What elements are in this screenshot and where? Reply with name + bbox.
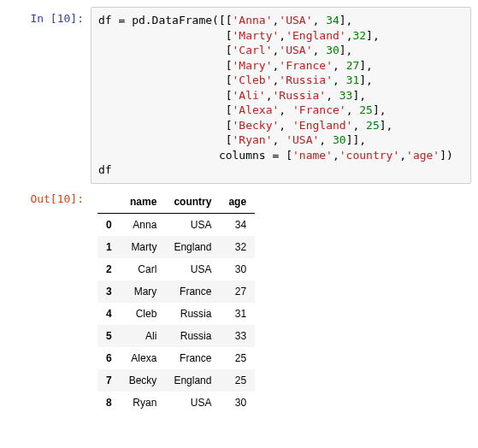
- code-token: 'name': [292, 149, 333, 162]
- table-row: 8RyanUSA30: [97, 392, 255, 414]
- code-token: 'Mary': [233, 59, 273, 72]
- code-token: df = pd.DataFrame([[: [98, 14, 233, 27]
- cell-country: Russia: [165, 303, 220, 325]
- code-token: ,: [273, 133, 286, 146]
- row-index: 1: [97, 236, 121, 258]
- cell-name: Anna: [121, 214, 166, 237]
- row-index: 6: [97, 347, 121, 369]
- code-token: ,: [326, 89, 339, 102]
- cell-country: France: [165, 347, 220, 369]
- code-token: 'Cleb': [233, 74, 273, 86]
- table-header-cell: age: [220, 191, 255, 214]
- cell-name: Ali: [121, 325, 166, 347]
- code-token: 33: [339, 89, 353, 102]
- cell-name: Alexa: [121, 347, 166, 369]
- code-token: 25: [366, 119, 380, 132]
- input-cell: In [10]: df = pd.DataFrame([['Anna','USA…: [7, 7, 471, 184]
- cell-country: England: [165, 369, 220, 392]
- table-header-row: namecountryage: [97, 191, 255, 214]
- row-index: 4: [97, 303, 121, 325]
- code-token: 'Russia': [279, 74, 333, 86]
- cell-country: USA: [165, 258, 220, 280]
- row-index: 0: [97, 214, 121, 237]
- cell-name: Marty: [121, 236, 166, 258]
- output-area: namecountryage 0AnnaUSA341MartyEngland32…: [91, 187, 471, 414]
- code-token: 'Ryan': [233, 133, 273, 146]
- row-index: 7: [97, 369, 121, 392]
- cell-country: USA: [165, 392, 220, 414]
- code-token: ,: [333, 74, 346, 86]
- code-token: 'France': [292, 103, 346, 116]
- table-row: 0AnnaUSA34: [97, 214, 255, 237]
- table-row: 5AliRussia33: [97, 325, 255, 347]
- code-token: 'Carl': [233, 44, 273, 56]
- table-header-blank: [97, 191, 121, 214]
- row-index: 8: [97, 392, 121, 414]
- cell-country: England: [165, 236, 220, 258]
- table-header-cell: country: [165, 191, 220, 214]
- cell-name: Carl: [121, 258, 166, 280]
- table-body: 0AnnaUSA341MartyEngland322CarlUSA303Mary…: [97, 214, 255, 415]
- cell-name: Cleb: [121, 303, 166, 325]
- input-prompt: In [10]:: [7, 7, 91, 25]
- code-token: 'USA': [279, 44, 312, 56]
- table-row: 6AlexaFrance25: [97, 347, 255, 369]
- table-header-cell: name: [121, 191, 166, 214]
- cell-country: Russia: [165, 325, 220, 347]
- code-token: 'age': [406, 149, 440, 162]
- code-token: ,: [312, 14, 326, 27]
- code-token: ,: [333, 149, 339, 162]
- code-input[interactable]: df = pd.DataFrame([['Anna','USA', 34], […: [91, 7, 471, 184]
- cell-age: 32: [220, 236, 255, 258]
- code-token: 'England': [292, 119, 352, 132]
- dataframe-table: namecountryage 0AnnaUSA341MartyEngland32…: [97, 191, 255, 414]
- cell-name: Mary: [121, 280, 166, 303]
- table-row: 7BeckyEngland25: [97, 369, 255, 392]
- code-token: ,: [352, 119, 366, 132]
- code-token: ,: [346, 103, 360, 116]
- code-token: ,: [279, 119, 292, 132]
- cell-country: France: [165, 280, 220, 303]
- code-token: ,: [319, 133, 333, 146]
- cell-age: 25: [220, 347, 255, 369]
- code-token: ,: [312, 44, 326, 56]
- cell-country: USA: [165, 214, 220, 237]
- code-token: 'USA': [279, 14, 312, 27]
- table-row: 4ClebRussia31: [97, 303, 255, 325]
- code-token: 30: [326, 44, 339, 56]
- cell-age: 34: [220, 214, 255, 237]
- cell-age: 33: [220, 325, 255, 347]
- cell-age: 27: [220, 280, 255, 303]
- code-token: 'Alexa': [233, 103, 280, 116]
- cell-age: 30: [220, 258, 255, 280]
- code-token: 'USA': [286, 133, 319, 146]
- code-token: 'Marty': [233, 29, 280, 42]
- code-token: 34: [326, 14, 339, 27]
- code-token: 31: [346, 74, 360, 86]
- row-index: 2: [97, 258, 121, 280]
- row-index: 3: [97, 280, 121, 303]
- output-cell: Out[10]: namecountryage 0AnnaUSA341Marty…: [7, 187, 471, 414]
- table-row: 2CarlUSA30: [97, 258, 255, 280]
- code-token: 'Ali': [233, 89, 266, 102]
- row-index: 5: [97, 325, 121, 347]
- code-token: 'England': [286, 29, 345, 42]
- code-token: 32: [352, 29, 366, 42]
- table-row: 3MaryFrance27: [97, 280, 255, 303]
- cell-name: Becky: [121, 369, 166, 392]
- code-token: 25: [359, 103, 373, 116]
- table-row: 1MartyEngland32: [97, 236, 255, 258]
- code-token: 'Anna': [233, 14, 273, 27]
- code-token: 'country': [339, 149, 399, 162]
- cell-age: 25: [220, 369, 255, 392]
- code-token: 'France': [279, 59, 333, 72]
- code-token: ,: [333, 59, 346, 72]
- cell-name: Ryan: [121, 392, 166, 414]
- code-token: 'Becky': [233, 119, 280, 132]
- code-token: 30: [333, 133, 346, 146]
- code-token: 27: [346, 59, 360, 72]
- cell-age: 30: [220, 392, 255, 414]
- code-token: ,: [399, 149, 406, 162]
- code-token: ,: [279, 29, 286, 42]
- code-token: 'Russia': [273, 89, 327, 102]
